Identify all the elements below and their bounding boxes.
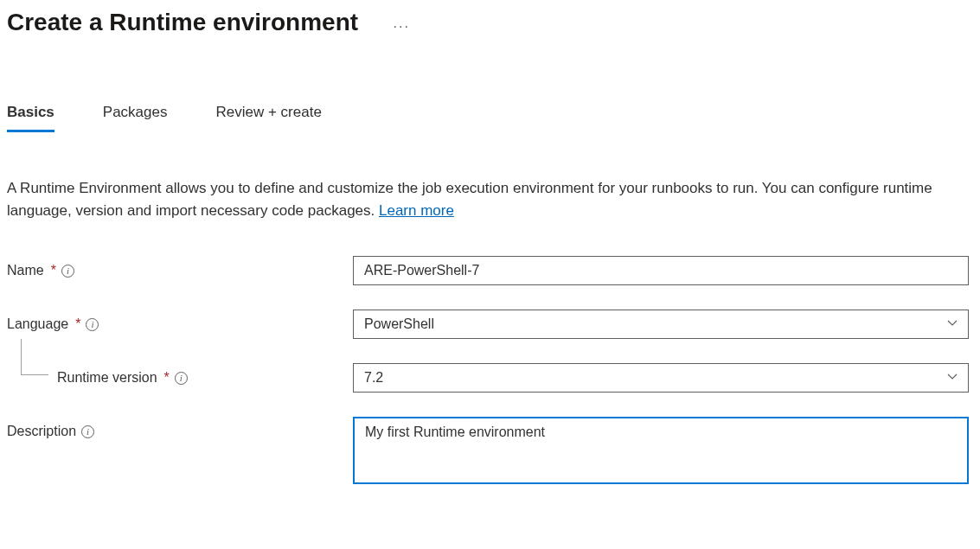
description-textarea[interactable] bbox=[353, 417, 969, 484]
tabs: Basics Packages Review + create bbox=[7, 104, 973, 132]
more-actions-button[interactable]: ··· bbox=[394, 19, 410, 35]
page-title: Create a Runtime environment bbox=[7, 9, 358, 36]
info-icon[interactable]: i bbox=[61, 265, 74, 278]
required-indicator: * bbox=[75, 316, 80, 332]
name-input[interactable] bbox=[353, 256, 969, 285]
intro-text: A Runtime Environment allows you to defi… bbox=[7, 177, 958, 221]
runtime-version-select[interactable]: 7.2 bbox=[353, 363, 969, 393]
info-icon[interactable]: i bbox=[86, 318, 99, 331]
description-label: Description i bbox=[7, 417, 353, 439]
runtime-version-label: Runtime version * i bbox=[7, 370, 353, 386]
tab-basics[interactable]: Basics bbox=[7, 104, 54, 132]
required-indicator: * bbox=[164, 370, 170, 386]
info-icon[interactable]: i bbox=[175, 372, 188, 385]
name-label: Name * i bbox=[7, 263, 353, 278]
language-label: Language * i bbox=[7, 316, 353, 332]
tab-packages[interactable]: Packages bbox=[103, 104, 168, 132]
info-icon[interactable]: i bbox=[81, 425, 94, 438]
tab-review-create[interactable]: Review + create bbox=[216, 104, 322, 132]
indent-line bbox=[21, 339, 48, 375]
learn-more-link[interactable]: Learn more bbox=[379, 202, 454, 219]
required-indicator: * bbox=[51, 263, 56, 278]
language-select[interactable]: PowerShell bbox=[353, 310, 969, 339]
